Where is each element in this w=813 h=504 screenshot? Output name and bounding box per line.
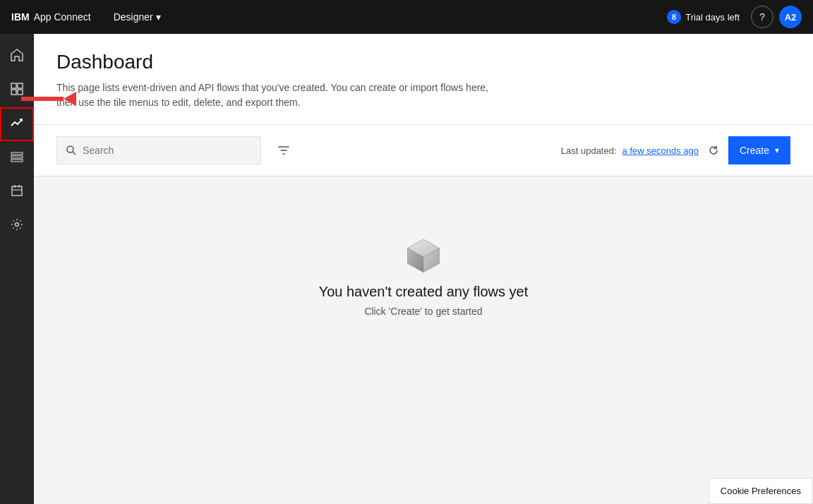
search-box[interactable] [56, 136, 261, 164]
svg-line-13 [73, 152, 76, 155]
list-icon [10, 150, 24, 167]
empty-state-title: You haven't created any flows yet [319, 284, 529, 300]
trial-badge: 8 Trial days left [667, 10, 740, 24]
designer-menu[interactable]: Designer ▾ [108, 0, 167, 34]
ibm-label: IBM [11, 11, 30, 23]
sidebar-item-analytics[interactable] [0, 107, 34, 141]
designer-label: Designer [114, 11, 153, 23]
help-icon: ? [759, 11, 765, 23]
brand-logo[interactable]: IBM App Connect [11, 11, 91, 23]
svg-rect-1 [18, 83, 23, 88]
svg-rect-2 [11, 90, 16, 95]
svg-point-11 [16, 222, 19, 226]
sidebar-item-list[interactable] [0, 141, 34, 175]
settings-icon [10, 217, 24, 235]
search-input[interactable] [83, 145, 252, 156]
help-button[interactable]: ? [751, 6, 773, 28]
avatar-label: A2 [785, 12, 797, 23]
dashboard-title: Dashboard [56, 51, 790, 73]
empty-state-subtitle: Click 'Create' to get started [364, 306, 482, 317]
refresh-icon [707, 144, 720, 157]
svg-rect-3 [18, 90, 23, 95]
svg-point-12 [67, 146, 73, 152]
events-icon [10, 184, 24, 201]
filter-button[interactable] [270, 136, 298, 164]
sidebar-item-home[interactable] [0, 40, 34, 73]
last-updated-time[interactable]: a few seconds ago [622, 145, 699, 156]
dashboard-icon [10, 82, 24, 100]
appname-label: App Connect [34, 11, 91, 23]
top-navigation: IBM App Connect Designer ▾ 8 Trial days … [0, 0, 813, 34]
cube-icon [398, 233, 449, 284]
home-icon [10, 48, 24, 66]
refresh-button[interactable] [707, 144, 720, 157]
user-avatar[interactable]: A2 [779, 6, 802, 28]
dashboard-header: Dashboard This page lists event-driven a… [34, 34, 813, 125]
cookie-label: Cookie Preferences [721, 486, 801, 496]
svg-rect-7 [12, 186, 22, 196]
analytics-icon [10, 116, 24, 133]
last-updated: Last updated: a few seconds ago [561, 145, 699, 156]
search-icon [66, 145, 77, 156]
sidebar-item-settings[interactable] [0, 209, 34, 243]
sidebar [0, 34, 34, 504]
create-button[interactable]: Create ▾ [728, 136, 790, 164]
dashboard-description: This page lists event-driven and API flo… [56, 80, 494, 110]
create-label: Create [740, 145, 769, 156]
filter-icon [277, 144, 290, 157]
cookie-preferences[interactable]: Cookie Preferences [709, 478, 813, 504]
designer-chevron-icon: ▾ [156, 11, 161, 23]
main-content: Dashboard This page lists event-driven a… [34, 34, 813, 504]
last-updated-label: Last updated: [561, 145, 617, 156]
toolbar: Last updated: a few seconds ago Create ▾ [34, 125, 813, 176]
empty-state: You haven't created any flows yet Click … [34, 176, 813, 373]
svg-rect-5 [11, 156, 23, 158]
svg-rect-0 [11, 83, 16, 88]
sidebar-item-events[interactable] [0, 175, 34, 209]
trial-days-label: Trial days left [685, 12, 740, 23]
svg-rect-4 [11, 152, 23, 155]
sidebar-item-dashboard[interactable] [0, 73, 34, 107]
trial-days-number: 8 [667, 10, 681, 24]
svg-rect-6 [11, 160, 23, 162]
create-chevron-icon: ▾ [775, 145, 779, 155]
